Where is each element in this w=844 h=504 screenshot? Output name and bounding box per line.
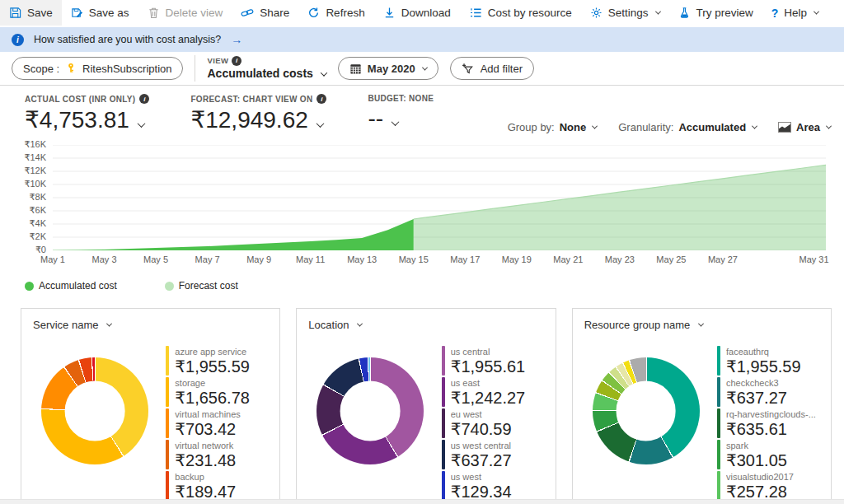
legend-label: Accumulated cost: [39, 280, 117, 292]
x-tick-label: May 31: [799, 254, 829, 264]
save-icon: [9, 7, 21, 19]
save-button[interactable]: Save: [0, 0, 62, 26]
kpi-value-dropdown[interactable]: --: [368, 105, 434, 132]
x-tick-label: May 13: [347, 254, 377, 264]
divider: [195, 55, 195, 82]
legend-item-name: us central: [451, 346, 526, 357]
horizontal-scrollbar[interactable]: [0, 499, 844, 504]
save-as-button[interactable]: Save as: [62, 0, 138, 26]
banner-arrow-link[interactable]: →: [231, 33, 242, 46]
x-tick-label: May 19: [502, 254, 532, 264]
add-filter-button[interactable]: Add filter: [450, 57, 534, 80]
donut-legend-item[interactable]: faceauthrq₹1,955.59: [717, 346, 823, 376]
legend-color-bar: [442, 471, 445, 501]
x-axis-labels: May 1May 3May 5May 7May 9May 11May 13May…: [53, 250, 826, 267]
kpi-value-dropdown[interactable]: ₹4,753.81: [25, 106, 149, 133]
panel-title-dropdown[interactable]: Location: [297, 309, 555, 334]
chart-controls: Group by: None Granularity: Accumulated …: [508, 121, 831, 140]
legend-item-value: ₹129.34: [451, 483, 512, 501]
legend-accumulated[interactable]: Accumulated cost: [25, 280, 117, 292]
legend-item-name: us west central: [451, 440, 512, 451]
legend-item-name: us east: [451, 377, 526, 389]
donut-legend-item[interactable]: spark₹301.05: [717, 440, 823, 469]
x-tick-label: May 23: [605, 254, 635, 264]
donut-legend-item[interactable]: us central₹1,955.61: [442, 346, 547, 376]
kpi-budget: BUDGET: NONE --: [368, 94, 434, 132]
help-button[interactable]: ? Help: [762, 0, 828, 26]
download-button[interactable]: Download: [374, 0, 460, 26]
refresh-button[interactable]: Refresh: [298, 0, 373, 26]
info-icon: i: [139, 94, 149, 104]
donut-chart[interactable]: [593, 357, 700, 464]
settings-button[interactable]: Settings: [581, 0, 669, 26]
x-tick-label: May 15: [399, 254, 429, 264]
info-icon: i: [316, 94, 326, 104]
donut-chart[interactable]: [316, 357, 424, 464]
donut-legend-item[interactable]: eu west₹740.59: [442, 408, 547, 438]
info-icon: i: [12, 34, 24, 46]
try-preview-button[interactable]: Try preview: [669, 0, 762, 26]
legend-color-bar: [717, 408, 720, 438]
share-button[interactable]: Share: [232, 0, 298, 26]
kpi-label: BUDGET: NONE: [368, 94, 434, 103]
scope-value: RiteshSubscription: [82, 63, 171, 75]
panel-title: Location: [308, 319, 349, 331]
group-by-dropdown[interactable]: Group by: None: [508, 121, 598, 133]
y-tick-label: ₹14K: [24, 152, 46, 163]
donut-legend-item[interactable]: us east₹1,242.27: [442, 377, 547, 407]
donut-legend-item[interactable]: us west₹129.34: [442, 471, 547, 501]
legend-color-bar: [442, 408, 445, 438]
kpi-actual-cost: ACTUAL COST (INR ONLY) i ₹4,753.81: [25, 94, 149, 133]
chevron-down-icon: [392, 118, 400, 126]
y-tick-label: ₹8K: [30, 192, 46, 203]
toolbar-item-label: Try preview: [696, 7, 753, 19]
cost-by-resource-button[interactable]: Cost by resource: [460, 0, 581, 26]
legend-item-value: ₹635.61: [726, 420, 816, 438]
donut-legend-item[interactable]: backup₹189.47: [166, 471, 271, 501]
chevron-down-icon: [321, 69, 327, 76]
panel-title-dropdown[interactable]: Resource group name: [573, 309, 831, 334]
chart-type-dropdown[interactable]: Area: [778, 121, 831, 133]
donut-legend-item[interactable]: checkcheck3₹637.27: [717, 377, 823, 407]
legend-item-name: storage: [175, 377, 250, 389]
date-range-pill[interactable]: May 2020: [338, 57, 438, 80]
feedback-banner[interactable]: i How satisfied are you with cost analys…: [0, 27, 844, 52]
view-value: Accumulated costs: [207, 68, 312, 80]
kpi-value: ₹4,753.81: [25, 106, 129, 133]
help-icon: ?: [771, 7, 779, 20]
legend-color-bar: [442, 346, 445, 376]
donut-legend-list: azure app service₹1,955.59storage₹1,656.…: [166, 346, 271, 504]
panel-service-name: Service name azure app service₹1,955.59s…: [21, 308, 280, 504]
legend-item-value: ₹740.59: [451, 420, 512, 438]
delete-view-button[interactable]: Delete view: [138, 0, 232, 26]
donut-legend-item[interactable]: us west central₹637.27: [442, 440, 547, 469]
chevron-down-icon: [826, 124, 832, 129]
donut-legend-item[interactable]: virtual machines₹703.42: [166, 408, 271, 438]
chart-plot-area[interactable]: [53, 145, 826, 250]
toolbar-item-label: Download: [401, 7, 451, 19]
legend-color-bar: [717, 471, 720, 501]
donut-legend-item[interactable]: visualstudio2017₹257.28: [717, 471, 823, 501]
scope-pill[interactable]: Scope : RiteshSubscription: [12, 57, 183, 80]
donut-legend-item[interactable]: virtual network₹231.48: [166, 440, 271, 469]
legend-color-bar: [442, 377, 445, 407]
legend-item-name: azure app service: [175, 346, 250, 357]
panel-title-dropdown[interactable]: Service name: [21, 309, 279, 334]
cost-area-chart[interactable]: ₹0₹2K₹4K₹6K₹8K₹10K₹12K₹14K₹16K May 1May …: [12, 145, 826, 267]
chevron-down-icon: [422, 64, 428, 70]
y-tick-label: ₹4K: [30, 218, 46, 229]
legend-item-name: visualstudio2017: [726, 471, 794, 483]
donut-chart[interactable]: [41, 357, 148, 464]
donut-legend-item[interactable]: azure app service₹1,955.59: [166, 346, 271, 376]
granularity-dropdown[interactable]: Granularity: Accumulated: [618, 121, 757, 133]
legend-item-value: ₹231.48: [175, 451, 236, 469]
legend-label: Forecast cost: [179, 280, 238, 292]
legend-forecast[interactable]: Forecast cost: [165, 280, 238, 292]
donut-legend-item[interactable]: rq-harvestingclouds-...₹635.61: [717, 408, 823, 438]
view-selector[interactable]: VIEW i Accumulated costs: [207, 56, 326, 80]
kpi-value-dropdown[interactable]: ₹12,949.62: [190, 106, 326, 133]
legend-item-name: spark: [726, 440, 787, 451]
legend-item-value: ₹1,955.59: [726, 357, 801, 376]
command-bar: Save Save as Delete view Share Refresh D…: [0, 0, 844, 26]
donut-legend-item[interactable]: storage₹1,656.78: [166, 377, 271, 407]
